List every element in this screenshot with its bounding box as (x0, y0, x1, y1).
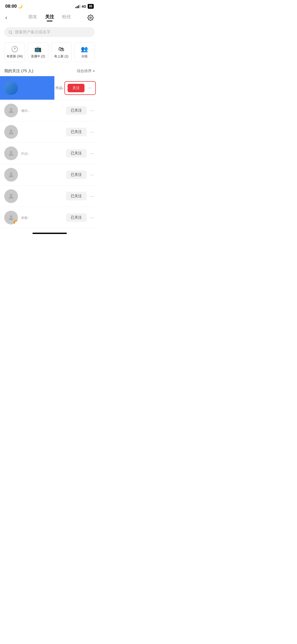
search-bar[interactable]: 搜索用户备注或名字 (4, 27, 95, 37)
item-desc: 作品› (21, 151, 63, 156)
tab-following[interactable]: 关注 (45, 14, 54, 21)
moon-icon: 🌙 (18, 4, 22, 8)
nav-bar: ‹ 朋友 关注 粉丝 (0, 11, 99, 25)
item-info (21, 174, 63, 175)
tab-friends[interactable]: 朋友 (28, 14, 37, 21)
list-item: 作品› 已关注 ··· (0, 143, 99, 164)
avatar (4, 125, 18, 139)
user-icon (8, 107, 15, 114)
more-options-button[interactable]: ··· (89, 192, 95, 200)
user-icon (8, 214, 15, 221)
search-container: 搜索用户备注或名字 (0, 25, 99, 40)
item-info: 播间... (21, 108, 63, 113)
status-time: 08:00 (5, 4, 17, 9)
shop-icon: 🛍 (58, 46, 64, 53)
sort-label: 综合排序 (77, 69, 92, 73)
item-actions: 已关注 ··· (66, 192, 95, 200)
item-desc: 厨窗› (21, 216, 63, 220)
user-icon (8, 128, 15, 135)
settings-button[interactable] (83, 15, 94, 21)
list-item: 已关注 ··· (0, 121, 99, 143)
svg-point-5 (10, 151, 12, 153)
followed-button[interactable]: 已关注 (66, 171, 87, 179)
followed-button[interactable]: 已关注 (66, 213, 87, 222)
followed-button[interactable]: 已关注 (66, 106, 87, 115)
item-info: 作品› (21, 151, 63, 156)
svg-point-7 (10, 194, 12, 196)
item-info: 厨窗› (21, 215, 63, 220)
user-icon (8, 150, 15, 157)
more-options-button[interactable]: ··· (89, 214, 95, 222)
filter-live-label: 直播中 (2) (31, 54, 45, 59)
search-placeholder: 搜索用户备注或名字 (15, 30, 50, 35)
avatar (4, 146, 18, 160)
followed-button[interactable]: 已关注 (66, 128, 87, 136)
more-options-button[interactable]: ··· (89, 171, 95, 179)
signal-bar-1 (76, 7, 76, 8)
home-indicator (0, 228, 99, 236)
item-actions: 已关注 ··· (66, 106, 95, 115)
back-button[interactable]: ‹ (5, 14, 16, 21)
search-icon (8, 30, 13, 34)
battery-badge: 95 (88, 4, 94, 9)
shop-badge (14, 220, 18, 224)
sort-button[interactable]: 综合排序 ≡ (77, 69, 95, 73)
more-options-button[interactable]: ··· (87, 84, 93, 92)
svg-point-0 (90, 17, 91, 19)
item-desc: 播间... (21, 109, 63, 113)
avatar (4, 211, 18, 224)
following-list: 作品› 关注 ··· 播间... 已关注 ··· (0, 76, 99, 228)
signal-bars (76, 4, 80, 8)
user-icon (8, 193, 15, 200)
filter-live[interactable]: 📺 直播中 (2) (28, 42, 48, 62)
shop-icon-small (15, 221, 17, 224)
clock-icon: 🕐 (11, 46, 18, 53)
filter-updates-label: 有更新 (34) (7, 54, 23, 59)
filter-new-label: 有上新 (1) (54, 54, 68, 59)
filter-groups[interactable]: 👥 分组 (74, 42, 95, 62)
filter-updates[interactable]: 🕐 有更新 (34) (4, 42, 25, 62)
filter-new-items[interactable]: 🛍 有上新 (1) (51, 42, 72, 62)
status-icons: 4G 95 (76, 4, 94, 9)
list-item: 厨窗› 已关注 ··· (0, 207, 99, 228)
item-actions: 已关注 ··· (66, 128, 95, 136)
item-actions: 已关注 ··· (66, 149, 95, 158)
item-info (21, 132, 63, 132)
svg-point-6 (10, 172, 12, 175)
avatar-image (4, 146, 18, 160)
home-bar (32, 233, 67, 234)
filter-groups-label: 分组 (81, 54, 88, 59)
list-item: 已关注 ··· (0, 164, 99, 186)
svg-point-1 (9, 31, 12, 34)
signal-bar-2 (77, 6, 78, 8)
more-options-button[interactable]: ··· (89, 150, 95, 157)
signal-bar-4 (79, 4, 80, 8)
item-actions: 已关注 ··· (66, 171, 95, 179)
avatar-image (4, 81, 18, 95)
list-item: 已关注 ··· (0, 186, 99, 207)
more-options-button[interactable]: ··· (89, 107, 95, 114)
quick-filters: 🕐 有更新 (34) 📺 直播中 (2) 🛍 有上新 (1) 👥 分组 (0, 40, 99, 66)
network-type: 4G (82, 4, 86, 8)
list-item: 作品› 关注 ··· (0, 76, 99, 100)
user-icon (8, 171, 15, 178)
avatar (4, 81, 18, 95)
avatar (4, 168, 18, 182)
svg-point-8 (10, 215, 12, 218)
sort-icon: ≡ (93, 69, 95, 73)
gear-icon (87, 15, 94, 21)
follow-button[interactable]: 关注 (68, 84, 84, 92)
avatar (4, 104, 18, 117)
more-options-button[interactable]: ··· (89, 128, 95, 136)
item-info (21, 196, 63, 197)
followed-button[interactable]: 已关注 (66, 192, 87, 200)
item-actions: 已关注 ··· (66, 213, 95, 222)
list-item: 播间... 已关注 ··· (0, 100, 99, 121)
status-bar: 08:00 🌙 4G 95 (0, 0, 99, 11)
item-desc: 作品› (55, 86, 63, 90)
followed-button[interactable]: 已关注 (66, 149, 87, 158)
avatar-image (4, 104, 18, 117)
tab-fans[interactable]: 粉丝 (62, 14, 71, 21)
avatar-image (4, 125, 18, 139)
section-title: 我的关注 (75 人) (4, 68, 33, 73)
